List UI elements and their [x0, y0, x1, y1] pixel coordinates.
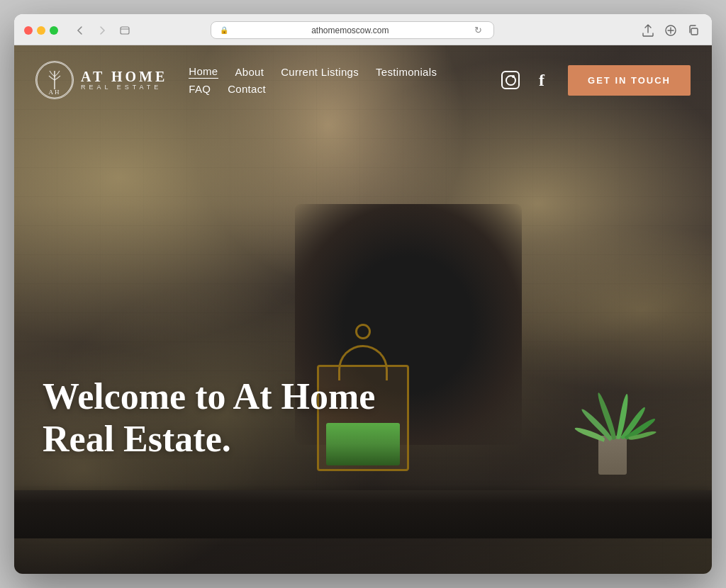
lock-icon: 🔒 — [220, 26, 228, 34]
logo-container: AH AT HOME REAL ESTATE — [35, 61, 167, 99]
duplicate-button[interactable] — [685, 23, 702, 38]
nav-testimonials[interactable]: Testimonials — [376, 66, 437, 78]
hero-text: Welcome to At Home Real Estate. — [43, 375, 683, 460]
nav-home[interactable]: Home — [189, 65, 218, 79]
close-button[interactable] — [24, 26, 33, 35]
nav-row-1: Home About Current Listings Testimonials — [189, 65, 437, 79]
nav-menu: Home About Current Listings Testimonials… — [189, 65, 437, 95]
minimize-button[interactable] — [37, 26, 45, 35]
svg-rect-0 — [121, 27, 129, 34]
facebook-icon[interactable]: f — [532, 71, 551, 89]
url-text: athomemoscow.com — [233, 26, 467, 35]
hero-heading: Welcome to At Home Real Estate. — [43, 375, 397, 460]
lantern-ring — [355, 324, 371, 339]
nav-about[interactable]: About — [235, 66, 264, 78]
get-in-touch-button[interactable]: GET IN TOUCH — [568, 65, 691, 96]
nav-contact[interactable]: Contact — [228, 83, 266, 95]
svg-text:AH: AH — [49, 89, 61, 96]
browser-window: 🔒 athomemoscow.com ↻ — [14, 14, 712, 574]
social-icons: f — [501, 71, 551, 89]
back-button[interactable] — [69, 23, 89, 38]
nav-faq[interactable]: FAQ — [189, 83, 211, 95]
svg-rect-2 — [691, 28, 698, 35]
logo-text: AT HOME REAL ESTATE — [81, 69, 167, 91]
address-bar[interactable]: 🔒 athomemoscow.com ↻ — [211, 21, 494, 39]
logo-circle: AH — [35, 61, 74, 99]
website-content: AH AT HOME REAL ESTATE Home About Curren… — [14, 45, 712, 574]
forward-button[interactable] — [92, 23, 112, 38]
hero-heading-line2: Real Estate. — [43, 419, 231, 459]
hero-heading-line1: Welcome to At Home — [43, 376, 375, 417]
window-tabs-button[interactable] — [115, 23, 135, 38]
traffic-lights — [24, 26, 58, 35]
nav-current-listings[interactable]: Current Listings — [281, 66, 359, 78]
browser-actions — [640, 23, 702, 38]
browser-chrome: 🔒 athomemoscow.com ↻ — [14, 14, 712, 45]
facebook-f-letter: f — [539, 72, 544, 89]
browser-nav — [69, 23, 135, 38]
site-nav: AH AT HOME REAL ESTATE Home About Curren… — [14, 45, 712, 115]
new-tab-button[interactable] — [662, 23, 679, 38]
logo-sub-text: REAL ESTATE — [81, 84, 167, 91]
maximize-button[interactable] — [50, 26, 58, 35]
share-button[interactable] — [640, 23, 657, 38]
instagram-icon[interactable] — [501, 71, 520, 89]
refresh-button[interactable]: ↻ — [471, 25, 485, 35]
logo-main-text: AT HOME — [81, 69, 167, 84]
nav-row-2: FAQ Contact — [189, 83, 437, 95]
